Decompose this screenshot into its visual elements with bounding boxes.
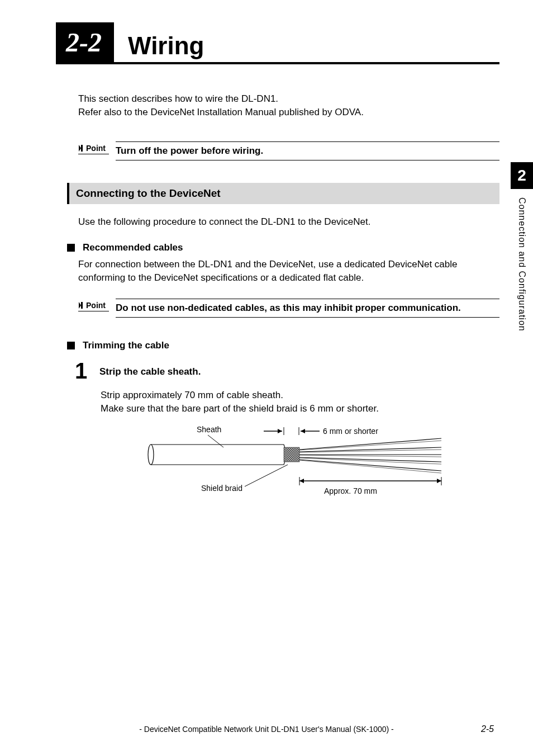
- section-title: Wiring: [114, 32, 204, 62]
- intro-line1: This section describes how to wire the D…: [78, 93, 278, 104]
- trimming-heading: Trimming the cable: [67, 340, 499, 351]
- svg-line-22: [245, 465, 288, 486]
- svg-marker-4: [301, 429, 305, 433]
- step-text-line1: Strip approximately 70 mm of cable sheat…: [101, 390, 283, 400]
- subsection-header: Connecting to the DeviceNet: [67, 183, 499, 204]
- spec1-label: 6 mm or shorter: [323, 427, 378, 436]
- subsection-intro: Use the following procedure to connect t…: [78, 215, 499, 229]
- footer: - DeviceNet Compatible Network Unit DL-D…: [0, 725, 533, 734]
- section-number: 2-2: [56, 22, 114, 62]
- intro-line2: Refer also to the DeviceNet Installation…: [78, 107, 364, 117]
- step-number: 1: [73, 360, 89, 382]
- step-body: Strip approximately 70 mm of cable sheat…: [101, 389, 499, 415]
- page-number: 2-5: [481, 724, 494, 734]
- point-label: Point: [78, 141, 109, 154]
- step-block-1: 1 Strip the cable sheath.: [73, 360, 499, 382]
- step-title: Strip the cable sheath.: [99, 366, 201, 377]
- point-icon: [78, 301, 84, 309]
- square-bullet-icon: [67, 244, 75, 252]
- point-block-2: Point Do not use non-dedicated cables, a…: [78, 299, 499, 318]
- intro-text: This section describes how to wire the D…: [78, 92, 499, 119]
- sheath-label: Sheath: [197, 425, 221, 434]
- recommended-text: For connection between the DL-DN1 and th…: [78, 258, 499, 285]
- chapter-tab-text: Connection and Configuration: [517, 197, 527, 332]
- cable-diagram: Sheath 6 mm or shorter: [145, 424, 499, 499]
- svg-line-13: [299, 441, 441, 450]
- svg-marker-27: [437, 479, 441, 483]
- svg-rect-11: [284, 447, 299, 462]
- svg-point-7: [148, 445, 154, 465]
- spec2-label: Approx. 70 mm: [324, 486, 377, 495]
- point-block-1: Point Turn off the power before wiring.: [78, 141, 499, 160]
- cable-svg: Sheath 6 mm or shorter: [145, 424, 447, 497]
- svg-line-21: [299, 460, 441, 473]
- svg-line-0: [208, 435, 223, 447]
- point-label-2: Point: [78, 299, 109, 311]
- step-text-line2: Make sure that the bare part of the shie…: [101, 403, 379, 414]
- recommended-cables-heading: Recommended cables: [67, 242, 499, 253]
- svg-line-17: [299, 455, 441, 457]
- square-bullet-icon: [67, 342, 75, 349]
- recommended-heading-text: Recommended cables: [83, 242, 183, 253]
- chapter-tab-number: 2: [511, 162, 533, 189]
- point-icon: [78, 144, 84, 152]
- svg-marker-26: [299, 479, 304, 483]
- section-header: 2-2 Wiring: [56, 22, 499, 64]
- footer-text: - DeviceNet Compatible Network Unit DL-D…: [139, 725, 394, 734]
- trimming-heading-text: Trimming the cable: [83, 340, 169, 351]
- point-label-text-2: Point: [86, 301, 106, 310]
- side-tab: 2 Connection and Configuration: [511, 162, 533, 332]
- point-text-1: Turn off the power before wiring.: [116, 141, 499, 160]
- point-label-text: Point: [86, 144, 106, 153]
- point-text-2: Do not use non-dedicated cables, as this…: [116, 299, 499, 318]
- shield-label: Shield braid: [201, 484, 242, 493]
- svg-marker-2: [278, 429, 282, 433]
